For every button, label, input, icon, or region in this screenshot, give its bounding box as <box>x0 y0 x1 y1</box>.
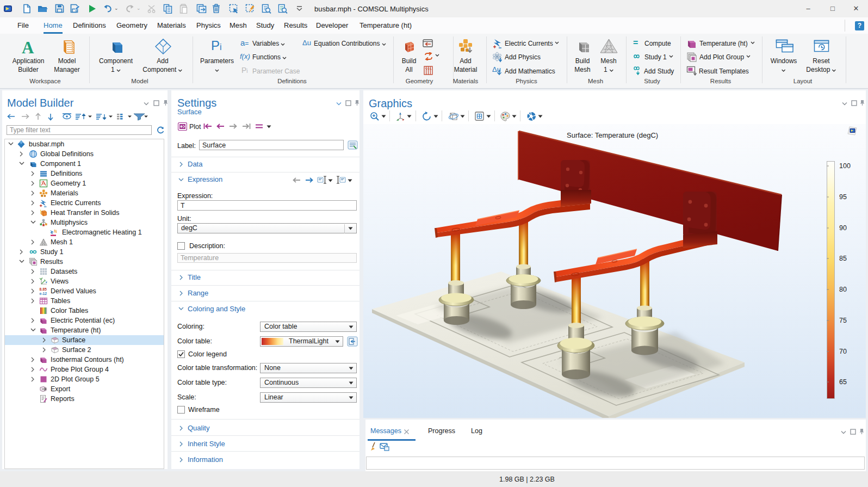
svg-text:8.85: 8.85 <box>40 287 47 291</box>
svg-text:e-12: e-12 <box>40 292 47 295</box>
